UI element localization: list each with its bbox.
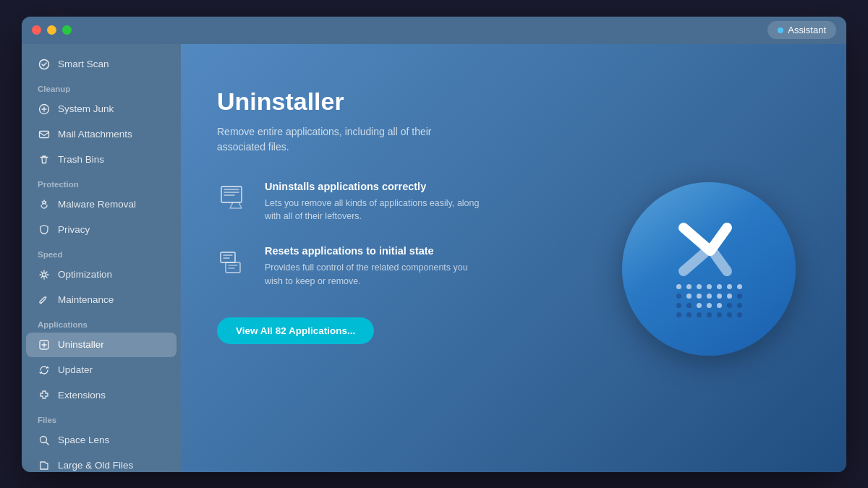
uninstaller-label: Uninstaller	[58, 339, 104, 350]
assistant-button[interactable]: Assistant	[767, 21, 836, 39]
feature-2-icon	[217, 245, 252, 280]
page-title: Uninstaller	[217, 87, 579, 116]
feature-item-2: Resets applications to initial state Pro…	[217, 245, 579, 288]
maintenance-label: Maintenance	[58, 294, 114, 305]
optimization-icon	[38, 268, 51, 281]
sidebar-item-malware-removal[interactable]: Malware Removal	[26, 192, 176, 217]
malware-icon	[38, 198, 51, 211]
sidebar-item-updater[interactable]: Updater	[26, 358, 176, 382]
feature-item-1: Uninstalls applications correctly Lets y…	[217, 181, 579, 224]
malware-removal-label: Malware Removal	[58, 199, 136, 210]
sidebar-item-privacy[interactable]: Privacy	[26, 218, 176, 242]
system-junk-label: System Junk	[58, 103, 114, 114]
maximize-button[interactable]	[62, 25, 72, 35]
section-label-protection: Protection	[22, 173, 181, 192]
sidebar-item-system-junk[interactable]: System Junk	[26, 97, 176, 121]
content-left: Uninstaller Remove entire applications, …	[217, 80, 579, 443]
space-lens-icon	[38, 434, 51, 447]
page-subtitle: Remove entire applications, including al…	[217, 124, 448, 155]
feature-2-title: Resets applications to initial state	[265, 245, 482, 257]
sidebar-item-extensions[interactable]: Extensions	[26, 383, 176, 408]
titlebar: Assistant	[22, 17, 846, 44]
traffic-lights	[32, 25, 72, 35]
mail-attachments-label: Mail Attachments	[58, 129, 132, 140]
trash-icon	[38, 153, 51, 166]
maintenance-icon	[38, 294, 51, 307]
app-window: Assistant Smart Scan Cleanup	[22, 17, 846, 472]
svg-rect-2	[40, 131, 49, 137]
main-content: Uninstaller Remove entire applications, …	[181, 44, 846, 472]
feature-2-text: Resets applications to initial state Pro…	[265, 245, 482, 288]
dots-grid	[676, 284, 742, 317]
section-label-cleanup: Cleanup	[22, 77, 181, 96]
privacy-label: Privacy	[58, 224, 90, 235]
minimize-button[interactable]	[47, 25, 56, 35]
sidebar: Smart Scan Cleanup System Junk	[22, 44, 181, 472]
view-all-button[interactable]: View All 82 Applications...	[217, 317, 374, 344]
large-old-files-label: Large & Old Files	[58, 460, 133, 471]
sidebar-item-smart-scan[interactable]: Smart Scan	[26, 52, 176, 77]
svg-rect-9	[221, 252, 235, 262]
feature-1-desc: Lets you remove all kinds of application…	[265, 197, 482, 224]
extensions-icon	[38, 389, 51, 402]
system-junk-icon	[38, 103, 51, 116]
smart-scan-label: Smart Scan	[58, 59, 109, 69]
space-lens-label: Space Lens	[58, 435, 109, 445]
uninstaller-icon	[38, 338, 51, 351]
assistant-dot-icon	[778, 27, 783, 33]
privacy-icon	[38, 223, 51, 236]
trash-bins-label: Trash Bins	[58, 154, 104, 165]
sidebar-item-large-old-files[interactable]: Large & Old Files	[26, 453, 176, 472]
sidebar-item-maintenance[interactable]: Maintenance	[26, 288, 176, 312]
feature-1-text: Uninstalls applications correctly Lets y…	[265, 181, 482, 224]
extensions-label: Extensions	[58, 390, 106, 401]
app-icon	[622, 182, 796, 356]
large-files-icon	[38, 459, 51, 472]
feature-1-icon	[217, 181, 252, 215]
section-label-files: Files	[22, 408, 181, 427]
sidebar-item-uninstaller[interactable]: Uninstaller	[26, 333, 176, 357]
optimization-label: Optimization	[58, 269, 112, 280]
svg-point-6	[41, 436, 47, 442]
content-right	[608, 80, 810, 443]
updater-icon	[38, 364, 51, 377]
svg-point-4	[41, 301, 42, 302]
content-area: Uninstaller Remove entire applications, …	[217, 80, 810, 443]
feature-1-title: Uninstalls applications correctly	[265, 181, 482, 192]
smart-scan-icon	[38, 58, 51, 71]
feature-2-desc: Provides full control of the related com…	[265, 261, 482, 288]
assistant-label: Assistant	[788, 25, 826, 35]
section-label-speed: Speed	[22, 243, 181, 262]
close-button[interactable]	[32, 25, 41, 35]
mail-icon	[38, 128, 51, 141]
window-body: Smart Scan Cleanup System Junk	[22, 44, 846, 472]
svg-point-3	[43, 273, 46, 276]
sidebar-item-optimization[interactable]: Optimization	[26, 262, 176, 287]
sidebar-item-mail-attachments[interactable]: Mail Attachments	[26, 122, 176, 147]
sidebar-item-trash-bins[interactable]: Trash Bins	[26, 147, 176, 172]
svg-rect-10	[226, 262, 240, 273]
sidebar-item-space-lens[interactable]: Space Lens	[26, 428, 176, 453]
updater-label: Updater	[58, 364, 93, 375]
section-label-applications: Applications	[22, 313, 181, 332]
